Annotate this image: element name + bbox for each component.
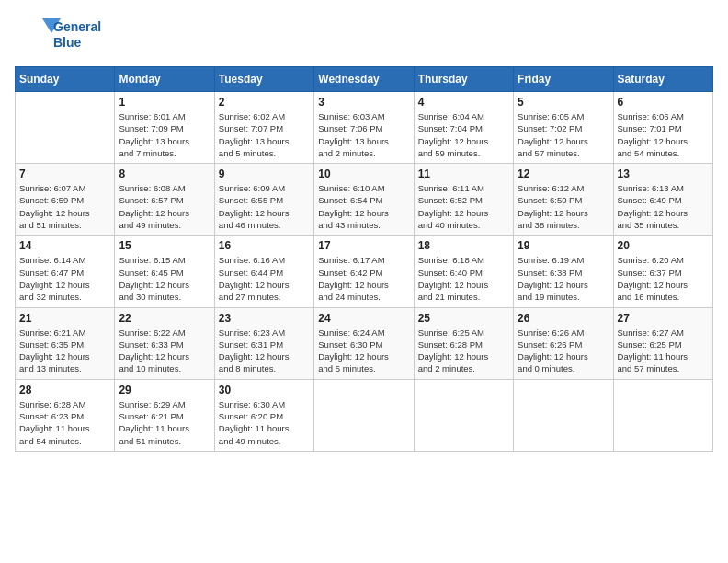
- day-number: 28: [19, 384, 110, 396]
- day-number: 25: [418, 312, 509, 325]
- day-number: 2: [219, 96, 310, 109]
- day-number: 16: [219, 239, 310, 252]
- day-number: 13: [618, 167, 709, 180]
- day-cell: 7Sunrise: 6:07 AM Sunset: 6:59 PM Daylig…: [16, 164, 115, 236]
- day-info: Sunrise: 6:06 AM Sunset: 7:01 PM Dayligh…: [618, 110, 709, 159]
- day-info: Sunrise: 6:09 AM Sunset: 6:55 PM Dayligh…: [219, 182, 310, 231]
- day-cell: 14Sunrise: 6:14 AM Sunset: 6:47 PM Dayli…: [16, 236, 115, 307]
- week-row-4: 21Sunrise: 6:21 AM Sunset: 6:35 PM Dayli…: [16, 307, 713, 379]
- logo-general: General: [53, 19, 101, 35]
- day-cell: 28Sunrise: 6:28 AM Sunset: 6:23 PM Dayli…: [16, 379, 115, 451]
- day-cell: 21Sunrise: 6:21 AM Sunset: 6:35 PM Dayli…: [16, 307, 115, 379]
- day-cell: 15Sunrise: 6:15 AM Sunset: 6:45 PM Dayli…: [115, 236, 214, 307]
- day-cell: 29Sunrise: 6:29 AM Sunset: 6:21 PM Dayli…: [115, 379, 214, 451]
- day-cell: 23Sunrise: 6:23 AM Sunset: 6:31 PM Dayli…: [214, 307, 313, 379]
- calendar-header-row: SundayMondayTuesdayWednesdayThursdayFrid…: [16, 67, 713, 92]
- day-number: 10: [318, 167, 409, 180]
- day-cell: 16Sunrise: 6:16 AM Sunset: 6:44 PM Dayli…: [214, 236, 313, 307]
- header-saturday: Saturday: [613, 67, 712, 92]
- day-number: 27: [618, 312, 709, 325]
- day-info: Sunrise: 6:26 AM Sunset: 6:26 PM Dayligh…: [518, 327, 609, 375]
- day-number: 8: [119, 167, 210, 180]
- day-number: 23: [219, 312, 310, 325]
- day-cell: 24Sunrise: 6:24 AM Sunset: 6:30 PM Dayli…: [314, 307, 414, 379]
- calendar-table: SundayMondayTuesdayWednesdayThursdayFrid…: [15, 66, 713, 452]
- header-sunday: Sunday: [16, 67, 115, 92]
- week-row-5: 28Sunrise: 6:28 AM Sunset: 6:23 PM Dayli…: [16, 379, 713, 451]
- day-info: Sunrise: 6:19 AM Sunset: 6:38 PM Dayligh…: [518, 254, 609, 303]
- day-info: Sunrise: 6:18 AM Sunset: 6:40 PM Dayligh…: [418, 254, 509, 303]
- day-number: 12: [518, 167, 609, 180]
- day-cell: [613, 379, 712, 451]
- day-info: Sunrise: 6:01 AM Sunset: 7:09 PM Dayligh…: [119, 110, 210, 159]
- header-monday: Monday: [115, 67, 214, 92]
- day-cell: 9Sunrise: 6:09 AM Sunset: 6:55 PM Daylig…: [214, 164, 313, 236]
- day-info: Sunrise: 6:21 AM Sunset: 6:35 PM Dayligh…: [19, 327, 110, 375]
- day-info: Sunrise: 6:07 AM Sunset: 6:59 PM Dayligh…: [19, 182, 110, 231]
- logo: GeneralBlue: [15, 15, 101, 55]
- day-cell: 1Sunrise: 6:01 AM Sunset: 7:09 PM Daylig…: [115, 92, 214, 164]
- day-info: Sunrise: 6:02 AM Sunset: 7:07 PM Dayligh…: [219, 110, 310, 159]
- day-info: Sunrise: 6:03 AM Sunset: 7:06 PM Dayligh…: [318, 110, 409, 159]
- day-number: 4: [418, 96, 509, 109]
- header-thursday: Thursday: [414, 67, 513, 92]
- day-cell: 3Sunrise: 6:03 AM Sunset: 7:06 PM Daylig…: [314, 92, 414, 164]
- day-cell: 11Sunrise: 6:11 AM Sunset: 6:52 PM Dayli…: [414, 164, 513, 236]
- day-cell: [414, 379, 513, 451]
- day-info: Sunrise: 6:22 AM Sunset: 6:33 PM Dayligh…: [119, 327, 210, 375]
- day-number: 7: [19, 167, 110, 180]
- day-cell: [16, 92, 115, 164]
- day-info: Sunrise: 6:27 AM Sunset: 6:25 PM Dayligh…: [618, 327, 709, 375]
- day-info: Sunrise: 6:17 AM Sunset: 6:42 PM Dayligh…: [318, 254, 409, 303]
- day-number: 24: [318, 312, 409, 325]
- day-cell: 17Sunrise: 6:17 AM Sunset: 6:42 PM Dayli…: [314, 236, 414, 307]
- day-info: Sunrise: 6:23 AM Sunset: 6:31 PM Dayligh…: [219, 327, 310, 375]
- day-info: Sunrise: 6:20 AM Sunset: 6:37 PM Dayligh…: [618, 254, 709, 303]
- day-cell: 27Sunrise: 6:27 AM Sunset: 6:25 PM Dayli…: [613, 307, 712, 379]
- header-tuesday: Tuesday: [214, 67, 313, 92]
- day-cell: 10Sunrise: 6:10 AM Sunset: 6:54 PM Dayli…: [314, 164, 414, 236]
- day-number: 1: [119, 96, 210, 109]
- day-cell: 6Sunrise: 6:06 AM Sunset: 7:01 PM Daylig…: [613, 92, 712, 164]
- day-number: 17: [318, 239, 409, 252]
- day-info: Sunrise: 6:28 AM Sunset: 6:23 PM Dayligh…: [19, 398, 110, 447]
- logo-blue: Blue: [53, 35, 101, 51]
- page-header: GeneralBlue: [15, 15, 713, 55]
- day-number: 3: [318, 96, 409, 109]
- week-row-3: 14Sunrise: 6:14 AM Sunset: 6:47 PM Dayli…: [16, 236, 713, 307]
- day-info: Sunrise: 6:04 AM Sunset: 7:04 PM Dayligh…: [418, 110, 509, 159]
- day-info: Sunrise: 6:15 AM Sunset: 6:45 PM Dayligh…: [119, 254, 210, 303]
- day-info: Sunrise: 6:08 AM Sunset: 6:57 PM Dayligh…: [119, 182, 210, 231]
- day-number: 19: [518, 239, 609, 252]
- day-number: 15: [119, 239, 210, 252]
- day-info: Sunrise: 6:16 AM Sunset: 6:44 PM Dayligh…: [219, 254, 310, 303]
- day-cell: 8Sunrise: 6:08 AM Sunset: 6:57 PM Daylig…: [115, 164, 214, 236]
- header-wednesday: Wednesday: [314, 67, 414, 92]
- day-cell: 30Sunrise: 6:30 AM Sunset: 6:20 PM Dayli…: [214, 379, 313, 451]
- day-number: 21: [19, 312, 110, 325]
- day-cell: 13Sunrise: 6:13 AM Sunset: 6:49 PM Dayli…: [613, 164, 712, 236]
- day-info: Sunrise: 6:14 AM Sunset: 6:47 PM Dayligh…: [19, 254, 110, 303]
- week-row-2: 7Sunrise: 6:07 AM Sunset: 6:59 PM Daylig…: [16, 164, 713, 236]
- day-cell: [314, 379, 414, 451]
- day-info: Sunrise: 6:11 AM Sunset: 6:52 PM Dayligh…: [418, 182, 509, 231]
- day-cell: 25Sunrise: 6:25 AM Sunset: 6:28 PM Dayli…: [414, 307, 513, 379]
- day-info: Sunrise: 6:24 AM Sunset: 6:30 PM Dayligh…: [318, 327, 409, 375]
- day-cell: 12Sunrise: 6:12 AM Sunset: 6:50 PM Dayli…: [514, 164, 613, 236]
- day-number: 14: [19, 239, 110, 252]
- day-cell: 5Sunrise: 6:05 AM Sunset: 7:02 PM Daylig…: [514, 92, 613, 164]
- week-row-1: 1Sunrise: 6:01 AM Sunset: 7:09 PM Daylig…: [16, 92, 713, 164]
- day-info: Sunrise: 6:05 AM Sunset: 7:02 PM Dayligh…: [518, 110, 609, 159]
- day-info: Sunrise: 6:13 AM Sunset: 6:49 PM Dayligh…: [618, 182, 709, 231]
- day-number: 30: [219, 384, 310, 396]
- day-info: Sunrise: 6:12 AM Sunset: 6:50 PM Dayligh…: [518, 182, 609, 231]
- day-number: 9: [219, 167, 310, 180]
- day-number: 22: [119, 312, 210, 325]
- day-cell: 22Sunrise: 6:22 AM Sunset: 6:33 PM Dayli…: [115, 307, 214, 379]
- day-cell: 2Sunrise: 6:02 AM Sunset: 7:07 PM Daylig…: [214, 92, 313, 164]
- day-cell: [514, 379, 613, 451]
- header-friday: Friday: [514, 67, 613, 92]
- day-cell: 26Sunrise: 6:26 AM Sunset: 6:26 PM Dayli…: [514, 307, 613, 379]
- day-info: Sunrise: 6:25 AM Sunset: 6:28 PM Dayligh…: [418, 327, 509, 375]
- day-cell: 19Sunrise: 6:19 AM Sunset: 6:38 PM Dayli…: [514, 236, 613, 307]
